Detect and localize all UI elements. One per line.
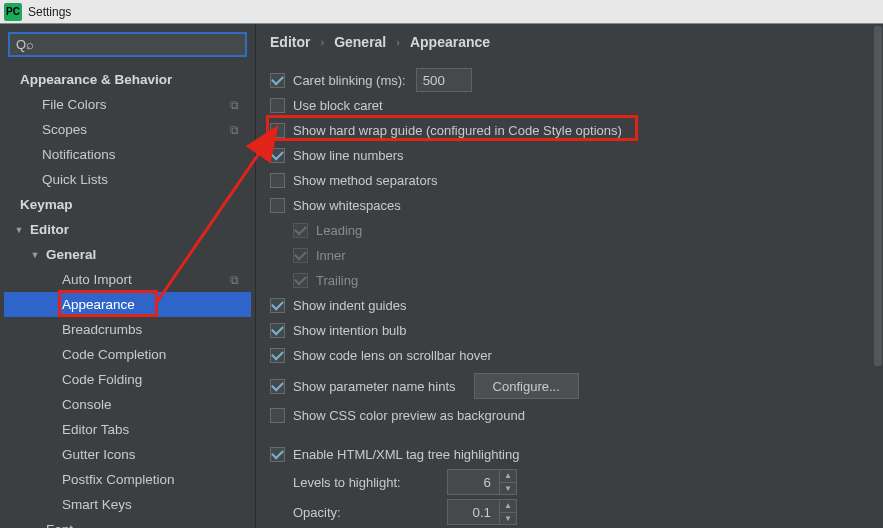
checkbox-line-numbers[interactable]	[270, 148, 285, 163]
tree-label: Keymap	[20, 197, 251, 212]
tree-label: Breadcrumbs	[62, 322, 251, 337]
tree-general[interactable]: ▼General	[4, 242, 251, 267]
opt-intention-bulb: Show intention bulb	[270, 318, 869, 342]
checkbox-code-lens[interactable]	[270, 348, 285, 363]
titlebar: PC Settings	[0, 0, 883, 24]
checkbox-hard-wrap[interactable]	[270, 123, 285, 138]
tree-label: Notifications	[42, 147, 251, 162]
opt-ws-inner: Inner	[293, 243, 869, 267]
label-ws-inner: Inner	[316, 248, 346, 263]
app-body: Appearance & Behavior File Colors⧉ Scope…	[0, 24, 883, 528]
label-ws-leading: Leading	[316, 223, 362, 238]
window-title: Settings	[28, 5, 71, 19]
checkbox-html-tag[interactable]	[270, 447, 285, 462]
copy-icon[interactable]: ⧉	[225, 98, 243, 112]
spin-down-icon[interactable]: ▼	[500, 483, 516, 495]
tree-label: Editor	[30, 222, 251, 237]
spin-up-icon[interactable]: ▲	[500, 470, 516, 483]
tree-label: Smart Keys	[62, 497, 251, 512]
tree-breadcrumbs[interactable]: Breadcrumbs	[4, 317, 251, 342]
app-logo: PC	[4, 3, 22, 21]
breadcrumb: Editor › General › Appearance	[270, 34, 869, 50]
opt-ws-trailing: Trailing	[293, 268, 869, 292]
tree-gutter-icons[interactable]: Gutter Icons	[4, 442, 251, 467]
label-whitespaces: Show whitespaces	[293, 198, 401, 213]
tree-label: Font	[46, 522, 251, 528]
tree-appearance[interactable]: Appearance	[4, 292, 251, 317]
tree-label: Code Folding	[62, 372, 251, 387]
tree-appearance-behavior[interactable]: Appearance & Behavior	[4, 67, 251, 92]
checkbox-method-sep[interactable]	[270, 173, 285, 188]
label-indent-guides: Show indent guides	[293, 298, 406, 313]
crumb-editor[interactable]: Editor	[270, 34, 310, 50]
search-input[interactable]	[8, 32, 247, 57]
row-levels: Levels to highlight: ▲▼	[293, 467, 869, 497]
opt-css-preview: Show CSS color preview as background	[270, 403, 869, 427]
copy-icon[interactable]: ⧉	[225, 123, 243, 137]
sidebar: Appearance & Behavior File Colors⧉ Scope…	[0, 24, 256, 528]
input-caret-ms[interactable]	[416, 68, 472, 92]
label-html-tag: Enable HTML/XML tag tree highlighting	[293, 447, 519, 462]
opt-hard-wrap: Show hard wrap guide (configured in Code…	[270, 118, 869, 142]
label-method-sep: Show method separators	[293, 173, 438, 188]
tree-label: Scopes	[42, 122, 225, 137]
tree-label: Console	[62, 397, 251, 412]
row-opacity: Opacity: ▲▼	[293, 497, 869, 527]
label-intention-bulb: Show intention bulb	[293, 323, 406, 338]
opt-caret-blinking: Caret blinking (ms):	[270, 68, 869, 92]
label-css-preview: Show CSS color preview as background	[293, 408, 525, 423]
content-pane: Editor › General › Appearance Caret blin…	[256, 24, 883, 528]
label-ws-trailing: Trailing	[316, 273, 358, 288]
checkbox-ws-leading	[293, 223, 308, 238]
tree-label: Appearance & Behavior	[20, 72, 251, 87]
opt-block-caret: Use block caret	[270, 93, 869, 117]
label-levels: Levels to highlight:	[293, 475, 433, 490]
opt-method-sep: Show method separators	[270, 168, 869, 192]
configure-button[interactable]: Configure...	[474, 373, 579, 399]
checkbox-indent-guides[interactable]	[270, 298, 285, 313]
scrollbar-thumb[interactable]	[874, 26, 882, 366]
spin-down-icon[interactable]: ▼	[500, 513, 516, 525]
tree-file-colors[interactable]: File Colors⧉	[4, 92, 251, 117]
tree-quick-lists[interactable]: Quick Lists	[4, 167, 251, 192]
tree-scopes[interactable]: Scopes⧉	[4, 117, 251, 142]
checkbox-param-hints[interactable]	[270, 379, 285, 394]
tree-label: File Colors	[42, 97, 225, 112]
copy-icon[interactable]: ⧉	[225, 273, 243, 287]
tree-console[interactable]: Console	[4, 392, 251, 417]
tree-keymap[interactable]: Keymap	[4, 192, 251, 217]
checkbox-ws-inner	[293, 248, 308, 263]
checkbox-caret-blinking[interactable]	[270, 73, 285, 88]
tree-smart-keys[interactable]: Smart Keys	[4, 492, 251, 517]
checkbox-whitespaces[interactable]	[270, 198, 285, 213]
checkbox-intention-bulb[interactable]	[270, 323, 285, 338]
spin-up-icon[interactable]: ▲	[500, 500, 516, 513]
checkbox-css-preview[interactable]	[270, 408, 285, 423]
opt-ws-leading: Leading	[293, 218, 869, 242]
tree-notifications[interactable]: Notifications	[4, 142, 251, 167]
tree-label: Postfix Completion	[62, 472, 251, 487]
spin-levels: ▲▼	[447, 469, 517, 495]
tree-label: Quick Lists	[42, 172, 251, 187]
input-levels[interactable]	[447, 469, 499, 495]
tree-code-completion[interactable]: Code Completion	[4, 342, 251, 367]
label-line-numbers: Show line numbers	[293, 148, 404, 163]
checkbox-block-caret[interactable]	[270, 98, 285, 113]
tree-label: Appearance	[62, 297, 251, 312]
opt-code-lens: Show code lens on scrollbar hover	[270, 343, 869, 367]
tree-code-folding[interactable]: Code Folding	[4, 367, 251, 392]
checkbox-ws-trailing	[293, 273, 308, 288]
label-caret-blinking: Caret blinking (ms):	[293, 73, 406, 88]
scrollbar[interactable]	[873, 24, 883, 528]
tree-editor-tabs[interactable]: Editor Tabs	[4, 417, 251, 442]
tree-label: General	[46, 247, 251, 262]
tree-postfix-completion[interactable]: Postfix Completion	[4, 467, 251, 492]
tree-font[interactable]: Font	[4, 517, 251, 528]
settings-tree: Appearance & Behavior File Colors⧉ Scope…	[4, 67, 251, 528]
chevron-right-icon: ›	[320, 36, 324, 48]
opt-line-numbers: Show line numbers	[270, 143, 869, 167]
input-opacity[interactable]	[447, 499, 499, 525]
tree-auto-import[interactable]: Auto Import⧉	[4, 267, 251, 292]
tree-editor[interactable]: ▼Editor	[4, 217, 251, 242]
crumb-general[interactable]: General	[334, 34, 386, 50]
